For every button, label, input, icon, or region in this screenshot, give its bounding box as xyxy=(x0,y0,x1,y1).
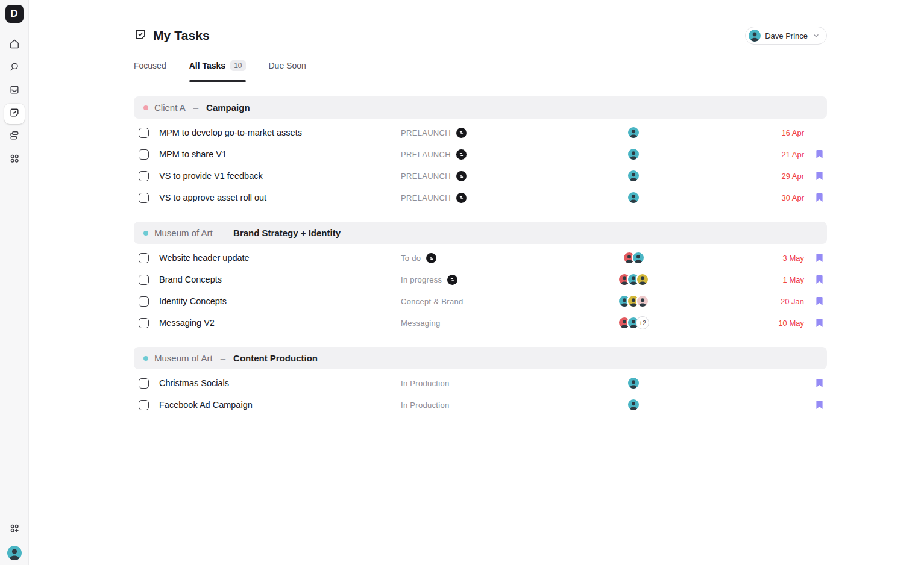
task-left: MPM to develop go-to-market assets xyxy=(134,128,401,138)
task-left: Christmas Socials xyxy=(134,378,401,389)
task-checkbox[interactable] xyxy=(139,193,149,203)
task-assignees[interactable] xyxy=(594,126,673,139)
app-logo[interactable]: D xyxy=(5,5,24,23)
bookmark-wrap xyxy=(804,318,827,328)
task-row[interactable]: Facebook Ad Campaign In Production xyxy=(134,394,827,416)
workflow-status-icon[interactable] xyxy=(456,149,467,160)
task-status: PRELAUNCH xyxy=(401,193,594,203)
bookmark-icon[interactable] xyxy=(816,193,823,202)
workflow-status-icon[interactable] xyxy=(447,275,457,285)
task-checkbox[interactable] xyxy=(139,253,149,263)
sidebar-item-home[interactable] xyxy=(4,35,25,55)
group-project-name: Brand Strategy + Identity xyxy=(233,228,341,238)
task-row[interactable]: Identity Concepts Concept & Brand 20 Jan xyxy=(134,290,827,312)
task-checkbox[interactable] xyxy=(139,149,149,160)
bookmark-icon[interactable] xyxy=(816,149,823,159)
task-checkbox[interactable] xyxy=(139,171,149,181)
workflow-status-icon[interactable] xyxy=(456,128,467,138)
assignee-avatar xyxy=(627,126,640,139)
group-project-name: Content Production xyxy=(233,353,318,363)
task-assignees[interactable] xyxy=(594,398,673,411)
task-row[interactable]: Brand Concepts In progress 1 May xyxy=(134,269,827,290)
group-header[interactable]: Client A – Campaign xyxy=(134,96,827,119)
tab-due-soon-label: Due Soon xyxy=(269,61,306,70)
assignee-avatar xyxy=(627,191,640,204)
assignee-avatar xyxy=(627,398,640,411)
task-assignees[interactable] xyxy=(594,169,673,183)
workflow-status-icon[interactable] xyxy=(426,253,436,263)
bookmark-icon[interactable] xyxy=(816,296,823,306)
sidebar-user-avatar[interactable] xyxy=(7,546,22,560)
bookmark-icon[interactable] xyxy=(816,318,823,328)
task-checkbox[interactable] xyxy=(139,378,149,389)
task-title[interactable]: Website header update xyxy=(159,253,250,263)
task-assignees[interactable] xyxy=(594,376,673,390)
task-title[interactable]: VS to provide V1 feedback xyxy=(159,171,263,181)
bookmark-icon[interactable] xyxy=(816,275,823,284)
group-dash: – xyxy=(221,353,225,363)
user-filter-pill[interactable]: Dave Prince xyxy=(745,27,827,45)
task-checkbox[interactable] xyxy=(139,296,149,307)
task-groups: Client A – Campaign MPM to develop go-to… xyxy=(134,96,827,416)
tab-due-soon[interactable]: Due Soon xyxy=(269,61,306,80)
task-title[interactable]: Identity Concepts xyxy=(159,296,227,306)
task-row[interactable]: MPM to develop go-to-market assets PRELA… xyxy=(134,122,827,143)
task-checkbox[interactable] xyxy=(139,128,149,138)
task-left: VS to provide V1 feedback xyxy=(134,171,401,181)
task-left: Facebook Ad Campaign xyxy=(134,400,401,410)
task-title[interactable]: Messaging V2 xyxy=(159,318,215,328)
tab-focused[interactable]: Focused xyxy=(134,61,166,80)
sidebar-item-my-tasks[interactable] xyxy=(4,104,25,124)
sidebar-item-apps[interactable] xyxy=(4,149,25,170)
task-checkbox[interactable] xyxy=(139,318,149,328)
task-title[interactable]: Facebook Ad Campaign xyxy=(159,400,253,410)
group-project-name: Campaign xyxy=(206,102,250,113)
task-status: Messaging xyxy=(401,318,594,328)
task-title[interactable]: MPM to develop go-to-market assets xyxy=(159,128,302,137)
task-status: In progress xyxy=(401,275,594,285)
bookmark-icon[interactable] xyxy=(816,400,823,410)
task-assignees[interactable] xyxy=(594,148,673,161)
user-pill-avatar xyxy=(749,30,761,42)
sidebar-item-workflows[interactable] xyxy=(4,126,25,147)
task-row[interactable]: Website header update To do 3 May xyxy=(134,247,827,269)
group-header[interactable]: Museum of Art – Brand Strategy + Identit… xyxy=(134,222,827,244)
assignee-avatar xyxy=(627,169,640,183)
sidebar-item-inbox[interactable] xyxy=(4,81,25,101)
task-title[interactable]: VS to approve asset roll out xyxy=(159,193,266,202)
task-row[interactable]: VS to approve asset roll out PRELAUNCH 3… xyxy=(134,187,827,208)
bookmark-icon[interactable] xyxy=(816,171,823,181)
tab-all-tasks[interactable]: All Tasks 10 xyxy=(189,60,246,81)
group-header[interactable]: Museum of Art – Content Production xyxy=(134,347,827,369)
client-color-dot xyxy=(143,105,148,110)
task-row[interactable]: Christmas Socials In Production xyxy=(134,372,827,394)
sidebar-item-invite[interactable] xyxy=(5,520,24,538)
task-assignees[interactable] xyxy=(594,251,673,264)
task-due-date: 16 Apr xyxy=(673,128,804,137)
task-due-date: 3 May xyxy=(673,254,804,263)
task-assignees[interactable]: +2 xyxy=(594,316,673,329)
task-assignees[interactable] xyxy=(594,191,673,204)
task-checkbox[interactable] xyxy=(139,275,149,285)
task-title[interactable]: MPM to share V1 xyxy=(159,149,227,159)
task-assignees[interactable] xyxy=(594,273,673,286)
bookmark-icon[interactable] xyxy=(816,253,823,263)
task-assignees[interactable] xyxy=(594,295,673,308)
workflow-status-icon[interactable] xyxy=(456,193,467,203)
task-title[interactable]: Brand Concepts xyxy=(159,275,222,284)
group-client-name: Museum of Art xyxy=(154,353,213,363)
group-rows: Christmas Socials In Production Facebook… xyxy=(134,372,827,416)
bookmark-icon[interactable] xyxy=(816,378,823,388)
sidebar-item-search[interactable] xyxy=(4,58,25,78)
task-status-label: In progress xyxy=(401,275,442,284)
workflow-status-icon[interactable] xyxy=(456,171,467,181)
task-checkbox[interactable] xyxy=(139,400,149,410)
bookmark-wrap xyxy=(804,296,827,306)
bookmark-wrap xyxy=(804,193,827,202)
task-title[interactable]: Christmas Socials xyxy=(159,378,229,388)
task-row[interactable]: MPM to share V1 PRELAUNCH 21 Apr xyxy=(134,143,827,165)
assignee-avatar xyxy=(636,273,649,286)
bookmark-wrap xyxy=(804,400,827,410)
task-row[interactable]: VS to provide V1 feedback PRELAUNCH 29 A… xyxy=(134,165,827,187)
task-row[interactable]: Messaging V2 Messaging +2 10 May xyxy=(134,312,827,334)
